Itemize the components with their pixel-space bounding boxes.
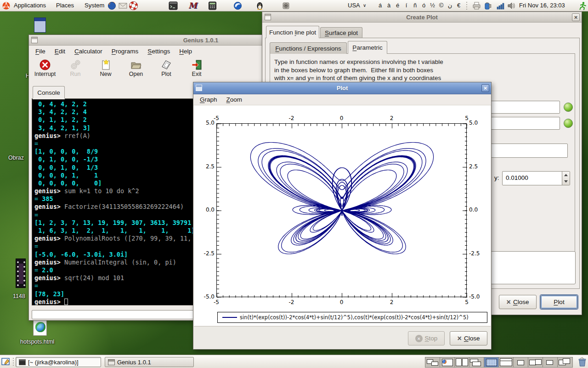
volume-tray-icon[interactable]	[507, 1, 516, 10]
taskbar-button-terminal[interactable]: [~ (jirka@karolina)]	[16, 357, 101, 367]
workspace-5[interactable]	[484, 357, 499, 367]
desktop: H Obraz 1148 hotspots.html Genius 1.0.1 …	[0, 0, 588, 368]
firefox-mini-icon	[442, 360, 447, 364]
description-line: in the boxes below to graph them. Either…	[274, 66, 443, 75]
tick-label: 5.0	[469, 120, 487, 126]
desktop-icon-label-obraz[interactable]: Obraz	[8, 155, 24, 161]
plot-toolbar-button[interactable]: Plot	[151, 58, 181, 83]
workspace-1[interactable]	[425, 357, 440, 367]
plot-menubar: GraphZoom	[193, 94, 491, 105]
accessibility-runner-icon[interactable]	[578, 1, 587, 10]
menu-settings[interactable]: Settings	[145, 46, 173, 58]
desktop-icon-filmstrip[interactable]	[16, 259, 26, 288]
desktop-icon-label-film[interactable]: 1148	[13, 293, 25, 299]
palette-char[interactable]: é	[393, 0, 402, 11]
spinner-arrows-icon[interactable]	[562, 172, 570, 185]
menu-help[interactable]: Help	[176, 46, 195, 58]
calculator-launcher-icon[interactable]	[208, 1, 217, 10]
taskbar-button-genius[interactable]: Genius 1.0.1	[105, 357, 194, 367]
tick-label: -2	[285, 299, 299, 305]
workspace-9[interactable]	[543, 357, 558, 367]
plot-window-title: Plot	[193, 82, 491, 94]
keyboard-layout-indicator[interactable]: USA	[346, 0, 362, 11]
menu-file[interactable]: File	[33, 46, 48, 58]
applet-handle[interactable]	[12, 357, 15, 366]
tux-launcher-icon[interactable]	[255, 1, 264, 10]
desktop-icon-hotspots[interactable]	[32, 318, 48, 337]
close-x-icon: ×	[458, 335, 462, 342]
clock[interactable]: Fri Nov 16, 23:03	[517, 0, 567, 11]
interrupt-button[interactable]: Interrupt	[30, 58, 60, 83]
desktop-icon-window-thumbnail[interactable]	[34, 17, 46, 33]
tick-label: -5	[209, 299, 223, 305]
help-lifering-icon[interactable]	[129, 1, 138, 10]
trash-icon[interactable]	[577, 357, 586, 366]
lyx-launcher-icon[interactable]: M	[188, 1, 197, 10]
power-battery-tray-icon[interactable]	[484, 1, 492, 10]
tick-label: 0	[335, 115, 349, 121]
volume-launcher-icon[interactable]	[282, 1, 291, 10]
menu-edit[interactable]: Edit	[52, 46, 68, 58]
workspace-7[interactable]	[514, 357, 528, 367]
thunderbird-launcher-icon[interactable]	[233, 1, 242, 10]
palette-char[interactable]: ©	[437, 0, 446, 11]
menu-system[interactable]: System	[83, 0, 106, 11]
menu-calculator[interactable]: Calculator	[72, 46, 105, 58]
tab-surface-plot[interactable]: Surface plot	[320, 27, 362, 38]
open-button[interactable]: Open	[121, 58, 151, 83]
palette-char[interactable]: ó	[419, 0, 428, 11]
exit-button[interactable]: Exit	[181, 58, 212, 83]
character-palette: áàéíñó½©ن€	[376, 0, 463, 11]
palette-char[interactable]: á	[376, 0, 384, 11]
plot-close-button[interactable]: × Close	[450, 331, 487, 345]
console-tab[interactable]: Console	[33, 86, 65, 98]
applet-handle[interactable]	[466, 1, 468, 10]
workspace-2[interactable]	[440, 357, 455, 367]
workspace-8[interactable]	[528, 357, 543, 367]
desktop-icon-label-hotspots[interactable]: hotspots.html	[20, 339, 54, 345]
menu-graph[interactable]: Graph	[197, 94, 220, 105]
parametric-description: Type in function names or expressions in…	[274, 58, 443, 82]
new-button[interactable]: New	[90, 58, 121, 83]
menu-programs[interactable]: Programs	[109, 46, 141, 58]
dialog-close-button[interactable]: × Close	[499, 295, 537, 309]
step-spinbox[interactable]: 0.01000	[502, 171, 570, 185]
create-plot-titlebar[interactable]: Create Plot ×	[262, 12, 582, 23]
step-by-label: y:	[494, 174, 499, 181]
palette-char[interactable]: €	[454, 0, 463, 11]
workspace-4[interactable]	[469, 357, 484, 367]
tab-functions-expressions[interactable]: Functions / Expressions	[270, 42, 347, 54]
new-document-icon	[100, 59, 112, 71]
chevron-down-icon[interactable]: ∨	[361, 0, 368, 11]
close-window-icon[interactable]: ×	[572, 13, 580, 21]
plot-canvas[interactable]: -5-5-2-20022555.05.02.52.50.00.0-2.5-2.5…	[194, 105, 491, 326]
plot-titlebar[interactable]: Plot ×	[193, 82, 491, 94]
network-signal-tray-icon[interactable]	[496, 1, 505, 10]
menu-places[interactable]: Places	[54, 0, 76, 11]
palette-char[interactable]: ن	[446, 0, 454, 11]
tick-label: 2	[385, 299, 399, 305]
firefox-launcher-icon[interactable]	[107, 1, 116, 10]
globe-icon	[35, 322, 45, 332]
palette-char[interactable]: ñ	[411, 0, 419, 11]
workspace-6[interactable]	[499, 357, 514, 367]
dialog-plot-button[interactable]: Plot	[540, 295, 578, 309]
workspace-3[interactable]	[455, 357, 469, 367]
workspace-10[interactable]	[558, 357, 572, 367]
tick-label: -2.5	[194, 250, 215, 257]
menu-zoom[interactable]: Zoom	[224, 94, 245, 105]
distributor-logo-icon[interactable]	[2, 1, 11, 10]
palette-char[interactable]: í	[402, 0, 411, 11]
palette-char[interactable]: à	[384, 0, 393, 11]
menu-applications[interactable]: Applications	[12, 0, 48, 11]
close-window-icon[interactable]: ×	[481, 84, 489, 92]
tab-parametric[interactable]: Parametric	[348, 41, 387, 54]
tab-function-line-plot[interactable]: Function line plot	[266, 26, 319, 38]
show-desktop-icon[interactable]	[1, 357, 10, 366]
terminal-launcher-icon[interactable]	[169, 1, 178, 10]
email-icon[interactable]	[119, 1, 127, 10]
stop-button: × Stop	[408, 331, 445, 345]
tick-label: -5.0	[469, 293, 487, 300]
printer-tray-icon[interactable]	[472, 1, 481, 10]
palette-char[interactable]: ½	[428, 0, 437, 11]
